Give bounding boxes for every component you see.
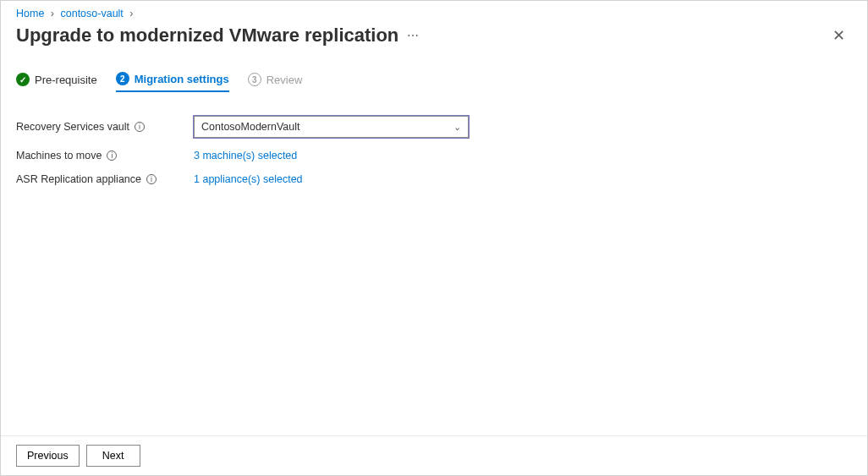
chevron-down-icon: ⌄ [453, 122, 461, 133]
form-area: Recovery Services vault i ContosoModernV… [1, 97, 867, 435]
step-number-icon: 2 [116, 72, 129, 85]
breadcrumb-separator: › [51, 8, 54, 19]
breadcrumb-separator: › [129, 8, 133, 19]
breadcrumb: Home › contoso-vault › [1, 1, 867, 23]
info-icon[interactable]: i [135, 122, 145, 132]
breadcrumb-home-link[interactable]: Home [16, 8, 44, 19]
field-asr-appliance: ASR Replication appliance i 1 appliance(… [16, 173, 852, 185]
close-icon[interactable]: ✕ [826, 23, 852, 48]
breadcrumb-vault-link[interactable]: contoso-vault [60, 8, 123, 19]
step-label: Review [266, 74, 303, 86]
step-label: Migration settings [135, 73, 229, 85]
appliance-selected-link[interactable]: 1 appliance(s) selected [194, 173, 303, 185]
field-recovery-vault: Recovery Services vault i ContosoModernV… [16, 116, 852, 138]
step-migration-settings[interactable]: 2 Migration settings [116, 72, 229, 92]
next-button[interactable]: Next [86, 445, 140, 467]
field-machines-to-move: Machines to move i 3 machine(s) selected [16, 150, 852, 161]
select-value: ContosoModernVault [201, 121, 300, 133]
more-actions-icon[interactable]: ⋯ [407, 29, 420, 42]
wizard-steps: ✓ Pre-requisite 2 Migration settings 3 R… [1, 57, 867, 97]
step-label: Pre-requisite [35, 74, 97, 86]
step-review[interactable]: 3 Review [248, 73, 303, 91]
info-icon[interactable]: i [107, 150, 117, 161]
page-title: Upgrade to modernized VMware replication [16, 25, 398, 47]
label-text: ASR Replication appliance [16, 173, 141, 185]
label-text: Machines to move [16, 150, 102, 161]
label-text: Recovery Services vault [16, 121, 129, 133]
field-label: Recovery Services vault i [16, 121, 194, 133]
page-root: Home › contoso-vault › Upgrade to modern… [0, 0, 868, 476]
footer-bar: Previous Next [1, 435, 867, 475]
recovery-vault-select[interactable]: ContosoModernVault ⌄ [194, 116, 469, 138]
title-row: Upgrade to modernized VMware replication… [1, 23, 867, 57]
check-icon: ✓ [16, 73, 30, 86]
info-icon[interactable]: i [146, 174, 157, 184]
step-prerequisite[interactable]: ✓ Pre-requisite [16, 73, 97, 91]
field-label: Machines to move i [16, 150, 194, 161]
step-number-icon: 3 [248, 73, 261, 86]
machines-selected-link[interactable]: 3 machine(s) selected [194, 150, 297, 161]
previous-button[interactable]: Previous [16, 445, 80, 467]
field-label: ASR Replication appliance i [16, 173, 194, 185]
